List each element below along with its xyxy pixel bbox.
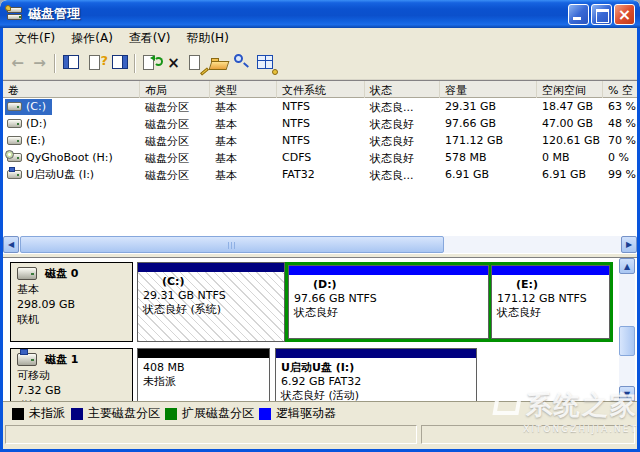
partition-e[interactable]: (E:) 171.12 GB NTFS 状态良好 (491, 265, 610, 339)
toolbar-separator (54, 54, 56, 73)
volume-percent-free: 99 % (603, 166, 637, 183)
show-panes-icon[interactable] (110, 52, 131, 75)
partition-label: (D:) (289, 278, 488, 292)
legend-swatch-primary (71, 408, 83, 420)
partition-size-fs: 171.12 GB NTFS (492, 292, 609, 306)
horizontal-scrollbar[interactable]: ◀ ▶ (3, 236, 637, 253)
partition-size-fs: 408 MB (138, 361, 269, 375)
scroll-left-icon[interactable]: ◀ (3, 236, 19, 253)
column-header-capacity[interactable]: 容量 (440, 81, 537, 98)
partition-color-bar (138, 263, 284, 272)
volume-status: 状态良好 (365, 132, 440, 149)
hard-drive-icon (7, 102, 22, 111)
menu-file[interactable]: 文件(F) (7, 28, 63, 49)
volume-row-i[interactable]: U启动U盘 (I:) 磁盘分区 基本 FAT32 状态良... 6.91 GB … (3, 166, 637, 183)
volume-layout: 磁盘分区 (140, 149, 210, 166)
column-header-filesystem[interactable]: 文件系统 (277, 81, 365, 98)
properties-icon[interactable] (186, 52, 207, 75)
back-icon[interactable]: ← (7, 52, 28, 75)
column-header-free-space[interactable]: 空闲空间 (537, 81, 603, 98)
volume-capacity: 29.31 GB (440, 98, 537, 115)
disk-graphical-pane: 磁盘 0 基本 298.09 GB 联机 (C:) 29.31 GB NTFS … (3, 257, 637, 401)
volume-filesystem: CDFS (277, 149, 365, 166)
cd-drive-icon (7, 153, 22, 162)
window-body: 文件(F) 操作(A) 查看(V) 帮助(H) ← → ? × 卷 布局 (0, 28, 640, 452)
menu-action[interactable]: 操作(A) (63, 28, 121, 49)
partition-i[interactable]: U启动U盘 (I:) 6.92 GB FAT32 状态良好 (活动) (275, 348, 477, 401)
disk-kind: 基本 (17, 282, 132, 297)
partition-label: U启动U盘 (I:) (276, 361, 476, 375)
refresh-icon[interactable] (140, 52, 161, 75)
disk-management-app-icon (7, 7, 23, 21)
open-folder-icon[interactable] (209, 52, 230, 75)
volume-row-e[interactable]: (E:) 磁盘分区 基本 NTFS 状态良好 171.12 GB 120.61 … (3, 132, 637, 149)
volume-capacity: 6.91 GB (440, 166, 537, 183)
column-header-percent-free[interactable]: % 空 (603, 81, 637, 98)
scroll-down-icon[interactable]: ▼ (619, 386, 635, 401)
scroll-right-icon[interactable]: ▶ (621, 236, 637, 253)
horizontal-scrollbar-thumb[interactable] (20, 236, 444, 253)
volume-type: 基本 (210, 132, 277, 149)
volume-layout: 磁盘分区 (140, 132, 210, 149)
extended-partition-container: (D:) 97.66 GB NTFS 状态良好 (E:) 171.12 GB N… (285, 262, 613, 342)
legend-label: 未指派 (29, 405, 65, 422)
maximize-button[interactable] (591, 4, 612, 25)
volume-row-d[interactable]: (D:) 磁盘分区 基本 NTFS 状态良好 97.66 GB 47.00 GB… (3, 115, 637, 132)
disk-1-row: 磁盘 1 可移动 7.32 GB 联机 408 MB 未指派 (3, 348, 637, 401)
column-header-status[interactable]: 状态 (365, 81, 440, 98)
partition-c[interactable]: (C:) 29.31 GB NTFS 状态良好 (系统) (137, 262, 285, 342)
unallocated-space[interactable]: 408 MB 未指派 (137, 348, 270, 401)
partition-color-bar (138, 349, 269, 358)
legend-label: 主要磁盘分区 (88, 405, 160, 422)
partition-size-fs: 97.66 GB NTFS (289, 292, 488, 306)
delete-icon[interactable]: × (163, 52, 184, 75)
search-icon[interactable] (231, 52, 252, 75)
volume-free: 0 MB (537, 149, 603, 166)
volume-name: (C:) (26, 100, 46, 113)
help-icon[interactable]: ? (86, 52, 107, 75)
vertical-scrollbar-thumb[interactable] (619, 326, 635, 356)
volume-filesystem: NTFS (277, 115, 365, 132)
scroll-up-icon[interactable]: ▲ (619, 258, 635, 274)
status-bar (3, 421, 637, 449)
volume-list-header: 卷 布局 类型 文件系统 状态 容量 空闲空间 % 空 (3, 81, 637, 98)
disk-size: 298.09 GB (17, 297, 132, 312)
volume-type: 基本 (210, 166, 277, 183)
vertical-scrollbar[interactable]: ▲ ▼ (619, 258, 635, 401)
column-header-layout[interactable]: 布局 (140, 81, 210, 98)
volume-name: QyGhoBoot (H:) (26, 151, 113, 164)
volume-type: 基本 (210, 149, 277, 166)
usb-drive-icon (7, 170, 22, 179)
menubar: 文件(F) 操作(A) 查看(V) 帮助(H) (3, 28, 637, 48)
minimize-button[interactable] (568, 4, 589, 25)
console-options-icon[interactable] (255, 52, 276, 75)
partition-size-fs: 6.92 GB FAT32 (276, 375, 476, 389)
column-header-volume[interactable]: 卷 (3, 81, 140, 98)
menu-help[interactable]: 帮助(H) (178, 28, 236, 49)
partition-status: 未指派 (138, 375, 269, 389)
disk-1-info-panel[interactable]: 磁盘 1 可移动 7.32 GB 联机 (10, 348, 133, 401)
disk-management-window: 磁盘管理 文件(F) 操作(A) 查看(V) 帮助(H) ← → ? × (0, 0, 640, 452)
menu-view[interactable]: 查看(V) (121, 28, 179, 49)
forward-icon[interactable]: → (29, 52, 50, 75)
volume-status: 状态良好 (365, 115, 440, 132)
volume-status: 状态良好 (365, 149, 440, 166)
volume-status: 状态良... (365, 166, 440, 183)
window-title: 磁盘管理 (28, 5, 80, 23)
partition-d[interactable]: (D:) 97.66 GB NTFS 状态良好 (288, 265, 489, 339)
volume-row-h[interactable]: QyGhoBoot (H:) 磁盘分区 基本 CDFS 状态良好 578 MB … (3, 149, 637, 166)
volume-layout: 磁盘分区 (140, 166, 210, 183)
partition-size-fs: 29.31 GB NTFS (138, 289, 284, 303)
volume-name: (D:) (26, 117, 47, 130)
close-button[interactable] (614, 4, 635, 25)
show-console-tree-icon[interactable] (61, 52, 82, 75)
volume-row-c[interactable]: (C:) 磁盘分区 基本 NTFS 状态良... 29.31 GB 18.47 … (3, 98, 637, 115)
partition-status: 状态良好 (492, 306, 609, 320)
legend-swatch-extended (165, 408, 177, 420)
partition-status: 状态良好 (活动) (276, 389, 476, 401)
disk-0-info-panel[interactable]: 磁盘 0 基本 298.09 GB 联机 (10, 262, 133, 342)
volume-free: 18.47 GB (537, 98, 603, 115)
volume-name: (E:) (26, 134, 45, 147)
column-header-type[interactable]: 类型 (210, 81, 277, 98)
volume-percent-free: 48 % (603, 115, 637, 132)
